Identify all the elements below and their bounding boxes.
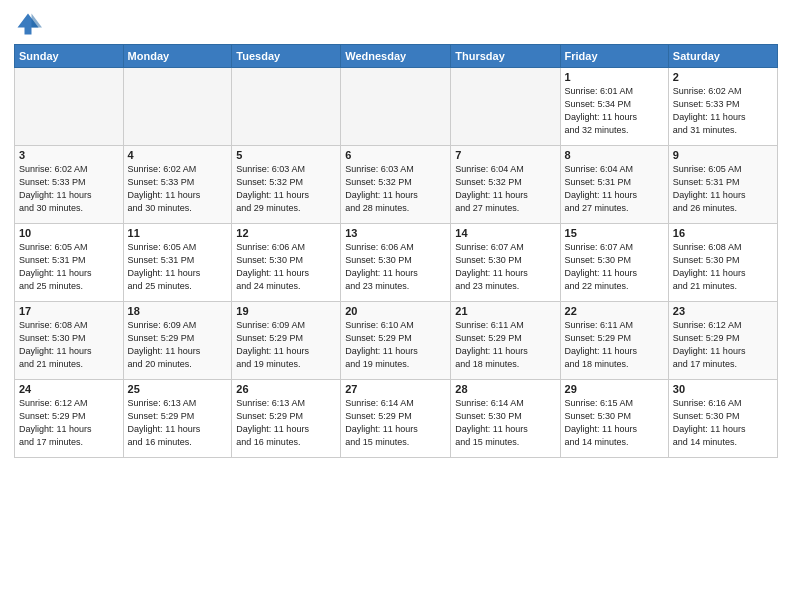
calendar-cell: 10Sunrise: 6:05 AM Sunset: 5:31 PM Dayli… <box>15 224 124 302</box>
calendar-cell: 25Sunrise: 6:13 AM Sunset: 5:29 PM Dayli… <box>123 380 232 458</box>
calendar-cell: 14Sunrise: 6:07 AM Sunset: 5:30 PM Dayli… <box>451 224 560 302</box>
weekday-header-saturday: Saturday <box>668 45 777 68</box>
page: SundayMondayTuesdayWednesdayThursdayFrid… <box>0 0 792 466</box>
day-info: Sunrise: 6:01 AM Sunset: 5:34 PM Dayligh… <box>565 85 664 137</box>
day-info: Sunrise: 6:10 AM Sunset: 5:29 PM Dayligh… <box>345 319 446 371</box>
calendar-cell: 23Sunrise: 6:12 AM Sunset: 5:29 PM Dayli… <box>668 302 777 380</box>
calendar-cell: 6Sunrise: 6:03 AM Sunset: 5:32 PM Daylig… <box>341 146 451 224</box>
day-number: 17 <box>19 305 119 317</box>
calendar-cell: 29Sunrise: 6:15 AM Sunset: 5:30 PM Dayli… <box>560 380 668 458</box>
day-info: Sunrise: 6:06 AM Sunset: 5:30 PM Dayligh… <box>236 241 336 293</box>
day-number: 20 <box>345 305 446 317</box>
day-number: 2 <box>673 71 773 83</box>
day-number: 4 <box>128 149 228 161</box>
day-number: 28 <box>455 383 555 395</box>
calendar-cell: 27Sunrise: 6:14 AM Sunset: 5:29 PM Dayli… <box>341 380 451 458</box>
day-number: 5 <box>236 149 336 161</box>
day-number: 21 <box>455 305 555 317</box>
calendar-cell <box>15 68 124 146</box>
weekday-header-sunday: Sunday <box>15 45 124 68</box>
calendar-cell: 5Sunrise: 6:03 AM Sunset: 5:32 PM Daylig… <box>232 146 341 224</box>
weekday-header-monday: Monday <box>123 45 232 68</box>
day-number: 24 <box>19 383 119 395</box>
day-info: Sunrise: 6:14 AM Sunset: 5:30 PM Dayligh… <box>455 397 555 449</box>
logo-icon <box>14 10 42 38</box>
calendar-cell: 20Sunrise: 6:10 AM Sunset: 5:29 PM Dayli… <box>341 302 451 380</box>
calendar-cell: 7Sunrise: 6:04 AM Sunset: 5:32 PM Daylig… <box>451 146 560 224</box>
day-info: Sunrise: 6:13 AM Sunset: 5:29 PM Dayligh… <box>128 397 228 449</box>
day-info: Sunrise: 6:11 AM Sunset: 5:29 PM Dayligh… <box>455 319 555 371</box>
calendar-cell: 26Sunrise: 6:13 AM Sunset: 5:29 PM Dayli… <box>232 380 341 458</box>
weekday-header-tuesday: Tuesday <box>232 45 341 68</box>
week-row-0: 1Sunrise: 6:01 AM Sunset: 5:34 PM Daylig… <box>15 68 778 146</box>
day-info: Sunrise: 6:16 AM Sunset: 5:30 PM Dayligh… <box>673 397 773 449</box>
calendar-cell: 12Sunrise: 6:06 AM Sunset: 5:30 PM Dayli… <box>232 224 341 302</box>
day-number: 3 <box>19 149 119 161</box>
logo <box>14 10 46 38</box>
day-info: Sunrise: 6:03 AM Sunset: 5:32 PM Dayligh… <box>236 163 336 215</box>
weekday-header-row: SundayMondayTuesdayWednesdayThursdayFrid… <box>15 45 778 68</box>
calendar: SundayMondayTuesdayWednesdayThursdayFrid… <box>14 44 778 458</box>
day-info: Sunrise: 6:02 AM Sunset: 5:33 PM Dayligh… <box>673 85 773 137</box>
day-info: Sunrise: 6:15 AM Sunset: 5:30 PM Dayligh… <box>565 397 664 449</box>
day-info: Sunrise: 6:08 AM Sunset: 5:30 PM Dayligh… <box>19 319 119 371</box>
day-number: 14 <box>455 227 555 239</box>
calendar-cell: 19Sunrise: 6:09 AM Sunset: 5:29 PM Dayli… <box>232 302 341 380</box>
calendar-cell: 17Sunrise: 6:08 AM Sunset: 5:30 PM Dayli… <box>15 302 124 380</box>
day-number: 25 <box>128 383 228 395</box>
day-info: Sunrise: 6:05 AM Sunset: 5:31 PM Dayligh… <box>673 163 773 215</box>
calendar-cell <box>451 68 560 146</box>
day-info: Sunrise: 6:04 AM Sunset: 5:32 PM Dayligh… <box>455 163 555 215</box>
day-info: Sunrise: 6:09 AM Sunset: 5:29 PM Dayligh… <box>236 319 336 371</box>
day-info: Sunrise: 6:05 AM Sunset: 5:31 PM Dayligh… <box>128 241 228 293</box>
weekday-header-thursday: Thursday <box>451 45 560 68</box>
day-info: Sunrise: 6:03 AM Sunset: 5:32 PM Dayligh… <box>345 163 446 215</box>
week-row-1: 3Sunrise: 6:02 AM Sunset: 5:33 PM Daylig… <box>15 146 778 224</box>
calendar-cell: 4Sunrise: 6:02 AM Sunset: 5:33 PM Daylig… <box>123 146 232 224</box>
day-number: 7 <box>455 149 555 161</box>
day-info: Sunrise: 6:05 AM Sunset: 5:31 PM Dayligh… <box>19 241 119 293</box>
day-number: 15 <box>565 227 664 239</box>
calendar-cell: 21Sunrise: 6:11 AM Sunset: 5:29 PM Dayli… <box>451 302 560 380</box>
day-info: Sunrise: 6:07 AM Sunset: 5:30 PM Dayligh… <box>455 241 555 293</box>
day-number: 16 <box>673 227 773 239</box>
day-number: 6 <box>345 149 446 161</box>
day-number: 10 <box>19 227 119 239</box>
day-info: Sunrise: 6:02 AM Sunset: 5:33 PM Dayligh… <box>128 163 228 215</box>
day-info: Sunrise: 6:13 AM Sunset: 5:29 PM Dayligh… <box>236 397 336 449</box>
calendar-cell <box>232 68 341 146</box>
day-number: 26 <box>236 383 336 395</box>
day-number: 11 <box>128 227 228 239</box>
day-info: Sunrise: 6:12 AM Sunset: 5:29 PM Dayligh… <box>673 319 773 371</box>
week-row-2: 10Sunrise: 6:05 AM Sunset: 5:31 PM Dayli… <box>15 224 778 302</box>
calendar-cell: 11Sunrise: 6:05 AM Sunset: 5:31 PM Dayli… <box>123 224 232 302</box>
day-number: 18 <box>128 305 228 317</box>
week-row-3: 17Sunrise: 6:08 AM Sunset: 5:30 PM Dayli… <box>15 302 778 380</box>
day-number: 13 <box>345 227 446 239</box>
day-info: Sunrise: 6:14 AM Sunset: 5:29 PM Dayligh… <box>345 397 446 449</box>
day-number: 8 <box>565 149 664 161</box>
weekday-header-wednesday: Wednesday <box>341 45 451 68</box>
day-info: Sunrise: 6:08 AM Sunset: 5:30 PM Dayligh… <box>673 241 773 293</box>
calendar-cell: 28Sunrise: 6:14 AM Sunset: 5:30 PM Dayli… <box>451 380 560 458</box>
day-info: Sunrise: 6:02 AM Sunset: 5:33 PM Dayligh… <box>19 163 119 215</box>
calendar-cell <box>123 68 232 146</box>
calendar-cell: 2Sunrise: 6:02 AM Sunset: 5:33 PM Daylig… <box>668 68 777 146</box>
day-info: Sunrise: 6:11 AM Sunset: 5:29 PM Dayligh… <box>565 319 664 371</box>
day-number: 12 <box>236 227 336 239</box>
calendar-cell: 18Sunrise: 6:09 AM Sunset: 5:29 PM Dayli… <box>123 302 232 380</box>
calendar-cell: 9Sunrise: 6:05 AM Sunset: 5:31 PM Daylig… <box>668 146 777 224</box>
day-number: 19 <box>236 305 336 317</box>
week-row-4: 24Sunrise: 6:12 AM Sunset: 5:29 PM Dayli… <box>15 380 778 458</box>
day-number: 27 <box>345 383 446 395</box>
calendar-cell: 8Sunrise: 6:04 AM Sunset: 5:31 PM Daylig… <box>560 146 668 224</box>
svg-marker-1 <box>32 14 43 28</box>
calendar-cell: 3Sunrise: 6:02 AM Sunset: 5:33 PM Daylig… <box>15 146 124 224</box>
header <box>14 10 778 38</box>
calendar-cell: 15Sunrise: 6:07 AM Sunset: 5:30 PM Dayli… <box>560 224 668 302</box>
calendar-cell: 13Sunrise: 6:06 AM Sunset: 5:30 PM Dayli… <box>341 224 451 302</box>
day-number: 23 <box>673 305 773 317</box>
day-info: Sunrise: 6:07 AM Sunset: 5:30 PM Dayligh… <box>565 241 664 293</box>
calendar-cell: 22Sunrise: 6:11 AM Sunset: 5:29 PM Dayli… <box>560 302 668 380</box>
weekday-header-friday: Friday <box>560 45 668 68</box>
